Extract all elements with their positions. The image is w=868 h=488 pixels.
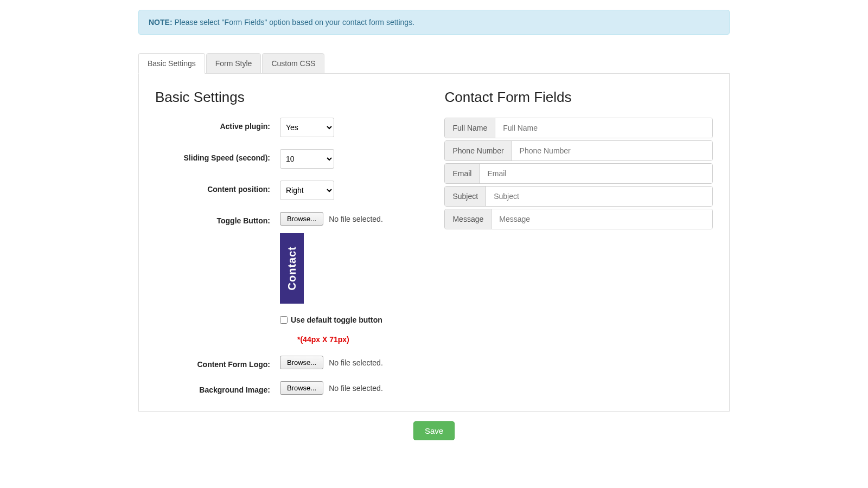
input-message[interactable] — [492, 209, 712, 229]
input-phone[interactable] — [512, 141, 712, 160]
addon-full-name: Full Name — [445, 118, 495, 138]
tab-custom-css[interactable]: Custom CSS — [262, 53, 324, 74]
toggle-button-label: Toggle Button: — [155, 212, 280, 225]
addon-phone: Phone Number — [445, 141, 512, 160]
save-button[interactable]: Save — [413, 421, 455, 440]
info-alert: NOTE: Please select "Form Fields" option… — [138, 10, 730, 35]
bg-browse-button[interactable]: Browse... — [280, 381, 323, 395]
content-position-label: Content position: — [155, 181, 280, 194]
field-email: Email — [444, 163, 713, 184]
active-plugin-label: Active plugin: — [155, 118, 280, 131]
sliding-speed-label: Sliding Speed (second): — [155, 149, 280, 162]
input-email[interactable] — [480, 164, 712, 183]
note-text: Please select "Form Fields" option based… — [174, 18, 414, 27]
sliding-speed-select[interactable]: 10 — [280, 149, 334, 169]
bg-file-status: No file selected. — [329, 384, 383, 393]
tab-basic-settings[interactable]: Basic Settings — [138, 53, 205, 74]
logo-label: Content Form Logo: — [155, 356, 280, 369]
use-default-toggle-row[interactable]: Use default toggle button — [280, 316, 423, 324]
toggle-file-status: No file selected. — [329, 215, 383, 223]
input-subject[interactable] — [486, 187, 712, 206]
basic-settings-title: Basic Settings — [155, 89, 423, 106]
addon-subject: Subject — [445, 187, 486, 206]
contact-fields-title: Contact Form Fields — [444, 89, 713, 106]
logo-browse-button[interactable]: Browse... — [280, 356, 323, 369]
logo-file-status: No file selected. — [329, 358, 383, 367]
use-default-toggle-label: Use default toggle button — [291, 316, 382, 324]
field-message: Message — [444, 209, 713, 229]
use-default-toggle-checkbox[interactable] — [280, 316, 288, 324]
field-phone: Phone Number — [444, 140, 713, 161]
note-prefix: NOTE: — [149, 18, 173, 27]
toggle-dimensions-note: *(44px X 71px) — [280, 335, 423, 344]
addon-message: Message — [445, 209, 492, 229]
field-subject: Subject — [444, 186, 713, 207]
active-plugin-select[interactable]: Yes — [280, 118, 334, 137]
tabs: Basic Settings Form Style Custom CSS — [138, 53, 730, 74]
tab-form-style[interactable]: Form Style — [206, 53, 261, 74]
toggle-preview-image: Contact — [280, 233, 304, 304]
tab-content: Basic Settings Active plugin: Yes Slidin… — [138, 74, 730, 412]
bg-label: Background Image: — [155, 381, 280, 394]
toggle-browse-button[interactable]: Browse... — [280, 212, 323, 226]
addon-email: Email — [445, 164, 480, 183]
toggle-preview-text: Contact — [286, 246, 298, 290]
input-full-name[interactable] — [495, 118, 712, 138]
content-position-select[interactable]: Right — [280, 181, 334, 200]
field-full-name: Full Name — [444, 118, 713, 138]
